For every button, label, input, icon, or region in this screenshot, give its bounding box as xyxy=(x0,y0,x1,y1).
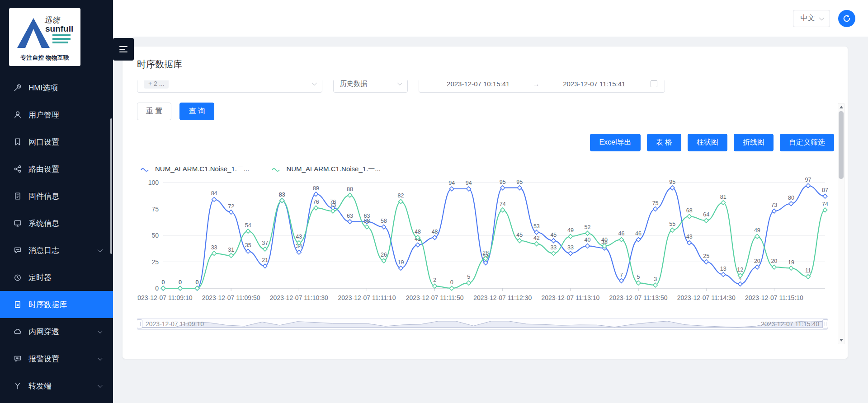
svg-text:49: 49 xyxy=(754,227,760,234)
card-scroll-region: + 2 ... 历史数据 2023-12-07 10:15:41 → 2023-… xyxy=(137,80,834,351)
svg-text:2023-12-07 11:09:50: 2023-12-07 11:09:50 xyxy=(202,294,260,301)
sidebar-item-user-management[interactable]: 用户管理 xyxy=(0,101,113,128)
svg-text:88: 88 xyxy=(347,186,353,192)
svg-text:95: 95 xyxy=(500,179,506,185)
date-range-picker[interactable]: 2023-12-07 10:15:41 → 2023-12-07 11:15:4… xyxy=(419,80,665,93)
main-area: 中文 时序数据库 xyxy=(113,0,868,403)
sidebar-item-routing[interactable]: 路由设置 xyxy=(0,155,113,183)
svg-text:46: 46 xyxy=(635,230,642,237)
filter-row: + 2 ... 历史数据 2023-12-07 10:15:41 → 2023-… xyxy=(137,80,834,93)
svg-text:74: 74 xyxy=(822,201,828,207)
sidebar-item-label: 时序数据库 xyxy=(28,300,67,310)
svg-text:68: 68 xyxy=(686,207,693,214)
table-view-button[interactable]: 表 格 xyxy=(647,134,681,151)
sidebar-item-label: HMI选项 xyxy=(28,83,58,93)
menu-toggle-icon xyxy=(119,45,128,53)
svg-text:45: 45 xyxy=(550,232,557,238)
svg-text:42: 42 xyxy=(533,235,540,241)
svg-text:73: 73 xyxy=(330,202,336,208)
svg-text:0: 0 xyxy=(155,285,159,292)
chart-legend: NUM_ALARM.C1.Noise_1.二... NUM_ALARM.C1.N… xyxy=(141,165,834,173)
sidebar-item-hmi-options[interactable]: HMI选项 xyxy=(0,74,113,101)
query-button[interactable]: 查 询 xyxy=(179,103,214,120)
sidebar-menu: HMI选项 用户管理 网口设置 路由设置 固件信息 系统信息 xyxy=(0,74,113,399)
datazoom-start-label: 2023-12-07 11:09:10 xyxy=(146,319,204,329)
data-type-select[interactable]: 历史数据 xyxy=(333,80,408,93)
card-vertical-scrollbar[interactable] xyxy=(838,103,844,344)
excel-export-button[interactable]: Excel导出 xyxy=(590,134,640,151)
company-logo: 迅饶 sunfull 专注自控 物物互联 xyxy=(9,8,80,66)
svg-text:11: 11 xyxy=(805,267,811,274)
legend-item-series-1[interactable]: NUM_ALARM.C1.Noise_1.二... xyxy=(141,165,249,173)
svg-text:87: 87 xyxy=(822,187,828,193)
svg-text:7: 7 xyxy=(620,272,623,278)
firmware-icon xyxy=(14,192,22,200)
svg-text:0: 0 xyxy=(179,279,182,286)
svg-text:2023-12-07 11:11:50: 2023-12-07 11:11:50 xyxy=(406,294,464,301)
datazoom-end-label: 2023-12-07 11:15:40 xyxy=(761,319,819,329)
sidebar-item-intranet-penetration[interactable]: 内网穿透 xyxy=(0,318,113,345)
sidebar-item-network-port[interactable]: 网口设置 xyxy=(0,128,113,155)
line-chart-button[interactable]: 折线图 xyxy=(734,134,774,151)
custom-filter-button[interactable]: 自定义筛选 xyxy=(780,134,834,151)
datazoom-right-handle[interactable] xyxy=(822,319,828,328)
route-icon xyxy=(14,165,22,173)
calendar-icon xyxy=(651,80,657,87)
legend-label: NUM_ALARM.C1.Noise_1.一... xyxy=(286,165,380,173)
sidebar-item-firmware-info[interactable]: 固件信息 xyxy=(0,183,113,210)
topbar: 中文 xyxy=(113,0,868,37)
sidebar-item-timeseries-database[interactable]: 时序数据库 xyxy=(0,291,113,318)
bar-chart-button[interactable]: 柱状图 xyxy=(688,134,727,151)
svg-text:58: 58 xyxy=(364,218,370,224)
svg-text:95: 95 xyxy=(516,179,523,185)
scrollbar-thumb[interactable] xyxy=(839,111,844,179)
page-title: 时序数据库 xyxy=(137,58,834,70)
svg-text:19: 19 xyxy=(788,259,794,266)
svg-text:64: 64 xyxy=(703,211,709,218)
svg-text:35: 35 xyxy=(245,242,251,248)
language-value: 中文 xyxy=(801,14,815,23)
sidebar-item-label: 系统信息 xyxy=(28,218,59,229)
svg-text:25: 25 xyxy=(151,258,159,266)
tag-select[interactable]: + 2 ... xyxy=(137,80,322,93)
svg-text:94: 94 xyxy=(466,180,472,186)
svg-text:0: 0 xyxy=(450,279,453,286)
line-chart-canvas: 02550751002023-12-07 11:09:102023-12-07 … xyxy=(137,175,829,314)
svg-text:2023-12-07 11:13:10: 2023-12-07 11:13:10 xyxy=(541,294,599,301)
svg-text:75: 75 xyxy=(151,206,159,213)
svg-text:31: 31 xyxy=(228,247,234,253)
svg-text:54: 54 xyxy=(245,222,251,229)
sidebar-item-label: 路由设置 xyxy=(28,164,59,174)
svg-text:33: 33 xyxy=(211,244,217,251)
language-select[interactable]: 中文 xyxy=(793,10,830,27)
timeseries-card: 时序数据库 + 2 ... 历史数据 2023-12-07 10:15:41 xyxy=(123,47,848,359)
svg-text:52: 52 xyxy=(585,224,591,230)
svg-text:55: 55 xyxy=(669,221,675,227)
alarm-icon xyxy=(14,355,22,363)
svg-text:72: 72 xyxy=(228,203,234,210)
sidebar-scrollbar[interactable] xyxy=(110,118,112,254)
scroll-up-arrow[interactable] xyxy=(838,104,844,110)
scroll-down-arrow[interactable] xyxy=(838,337,844,343)
refresh-icon xyxy=(842,14,851,23)
range-arrow-icon: → xyxy=(530,80,542,88)
svg-text:83: 83 xyxy=(279,192,285,198)
sidebar-item-system-info[interactable]: 系统信息 xyxy=(0,210,113,237)
svg-text:43: 43 xyxy=(296,234,302,240)
cloud-icon xyxy=(14,328,22,336)
sidebar-item-alarm-settings[interactable]: 报警设置 xyxy=(0,345,113,372)
reset-button[interactable]: 重 置 xyxy=(137,103,171,120)
sidebar-collapse-button[interactable] xyxy=(113,38,134,61)
sidebar-item-timer[interactable]: 定时器 xyxy=(0,264,113,291)
svg-text:20: 20 xyxy=(771,258,777,264)
refresh-button[interactable] xyxy=(838,10,855,27)
sidebar-item-message-log[interactable]: 消息日志 xyxy=(0,237,113,264)
svg-text:82: 82 xyxy=(398,192,404,199)
svg-text:46: 46 xyxy=(618,230,625,237)
sidebar-item-forwarding[interactable]: 转发端 xyxy=(0,372,113,399)
chart-actions-row: Excel导出 表 格 柱状图 折线图 自定义筛选 xyxy=(137,134,834,151)
datazoom-left-handle[interactable] xyxy=(137,319,142,328)
datazoom-slider[interactable]: 2023-12-07 11:09:10 2023-12-07 11:15:40 xyxy=(137,318,828,330)
chevron-down-icon xyxy=(312,80,317,85)
legend-item-series-2[interactable]: NUM_ALARM.C1.Noise_1.一... xyxy=(272,165,380,173)
